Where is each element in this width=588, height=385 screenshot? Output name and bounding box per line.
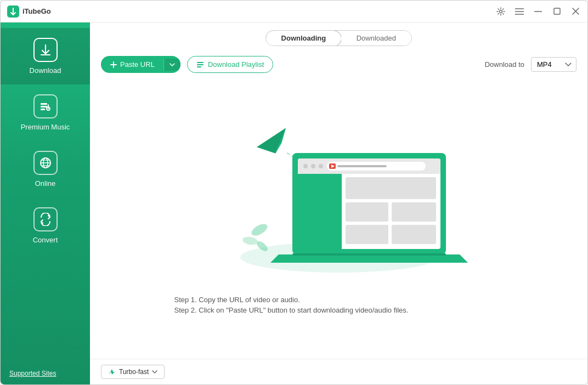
plus-icon — [110, 61, 117, 69]
menu-button[interactable] — [514, 6, 525, 17]
content-area: Downloading Downloaded Paste URL — [90, 22, 587, 384]
turbo-icon — [108, 368, 116, 376]
laptop-illustration-svg — [207, 109, 471, 285]
svg-point-32 — [250, 222, 269, 238]
close-button[interactable] — [570, 6, 581, 17]
playlist-icon — [196, 61, 204, 69]
svg-rect-53 — [392, 225, 436, 244]
illustration-area: Step 1. Copy the URL of video or audio. … — [90, 77, 587, 359]
turbo-fast-label: Turbo-fast — [119, 368, 149, 376]
sidebar: Download Premium Music — [1, 22, 90, 384]
app-title: iTubeGo — [22, 7, 51, 15]
svg-rect-23 — [197, 66, 201, 67]
paste-url-button[interactable]: Paste URL — [101, 56, 180, 73]
turbo-fast-button[interactable]: Turbo-fast — [101, 365, 165, 379]
svg-rect-47 — [337, 165, 387, 167]
chevron-down-icon — [169, 63, 175, 66]
illustration — [207, 109, 471, 285]
turbo-dropdown-icon — [152, 370, 157, 373]
window-controls — [495, 6, 581, 17]
download-nav-icon — [33, 38, 58, 62]
minimize-button[interactable] — [533, 6, 544, 17]
tab-downloading[interactable]: Downloading — [265, 30, 342, 46]
instruction-step2: Step 2. Click on "Paste URL" button to s… — [174, 306, 504, 314]
title-bar: iTubeGo — [1, 1, 587, 22]
svg-rect-11 — [41, 106, 47, 107]
sidebar-item-premium-music[interactable]: Premium Music — [1, 84, 90, 141]
paste-url-label: Paste URL — [120, 60, 155, 69]
toolbar: Paste URL Download Playlist — [90, 52, 587, 77]
instructions: Step 1. Copy the URL of video or audio. … — [174, 296, 504, 316]
download-playlist-button[interactable]: Download Playlist — [187, 56, 274, 73]
sidebar-bottom: Supported Sites — [1, 361, 90, 384]
premium-music-nav-icon — [33, 94, 58, 118]
svg-rect-12 — [41, 109, 45, 110]
svg-rect-48 — [298, 174, 342, 249]
svg-rect-6 — [554, 8, 560, 14]
svg-rect-49 — [346, 177, 436, 199]
tab-bar: Downloading Downloaded — [90, 22, 587, 52]
svg-marker-36 — [254, 128, 291, 157]
sidebar-item-online[interactable]: Online — [1, 141, 90, 197]
sidebar-item-online-label: Online — [35, 179, 56, 188]
svg-rect-52 — [346, 225, 388, 244]
svg-point-33 — [241, 235, 258, 246]
app-logo: iTubeGo — [7, 5, 51, 18]
main-layout: Download Premium Music — [1, 22, 587, 384]
svg-point-1 — [500, 10, 502, 13]
download-playlist-label: Download Playlist — [208, 60, 264, 69]
app-logo-icon — [7, 5, 19, 18]
sidebar-item-convert-label: Convert — [33, 236, 58, 244]
supported-sites-link[interactable]: Supported Sites — [9, 370, 56, 377]
svg-rect-54 — [292, 253, 446, 256]
paste-url-main: Paste URL — [101, 56, 163, 73]
convert-nav-icon — [33, 207, 58, 231]
format-select[interactable]: MP4 MP3 AAC WEBM MOV — [531, 57, 576, 72]
svg-rect-22 — [197, 64, 203, 65]
tab-downloaded[interactable]: Downloaded — [341, 31, 411, 46]
svg-rect-10 — [41, 103, 47, 105]
sidebar-item-download-label: Download — [30, 66, 61, 75]
svg-point-42 — [311, 164, 315, 168]
sidebar-item-premium-music-label: Premium Music — [21, 123, 70, 131]
instruction-step1: Step 1. Copy the URL of video or audio. — [174, 296, 504, 304]
bottom-bar: Turbo-fast — [90, 359, 587, 384]
svg-rect-51 — [392, 202, 436, 222]
svg-point-41 — [303, 164, 308, 168]
app-window: iTubeGo — [0, 0, 588, 385]
download-to-label: Download to — [485, 60, 524, 69]
svg-rect-50 — [346, 202, 388, 222]
paste-url-dropdown-arrow[interactable] — [163, 59, 180, 71]
sidebar-item-download[interactable]: Download — [1, 28, 90, 84]
sidebar-item-convert[interactable]: Convert — [1, 197, 90, 254]
svg-rect-21 — [197, 62, 203, 63]
tab-group: Downloading Downloaded — [265, 30, 412, 46]
online-nav-icon — [33, 151, 58, 175]
settings-button[interactable] — [495, 6, 506, 17]
svg-point-43 — [319, 164, 323, 168]
maximize-button[interactable] — [551, 6, 562, 17]
